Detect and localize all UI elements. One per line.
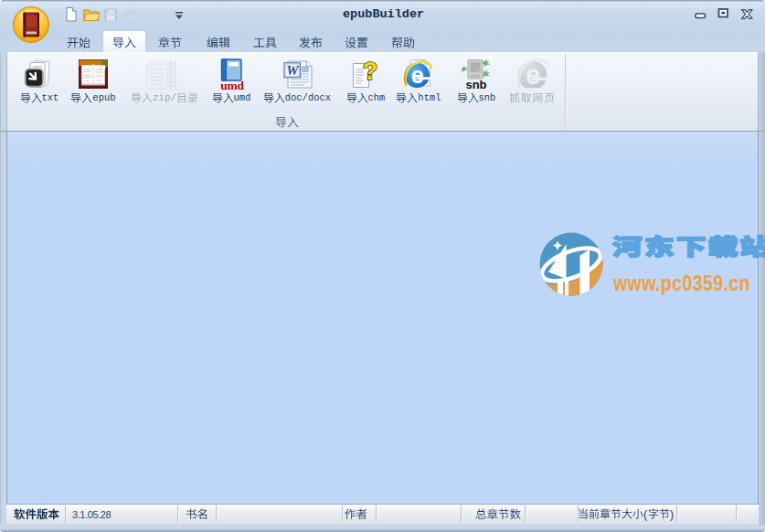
svg-text:?: ? [363,59,378,85]
svg-text:W: W [286,63,300,78]
